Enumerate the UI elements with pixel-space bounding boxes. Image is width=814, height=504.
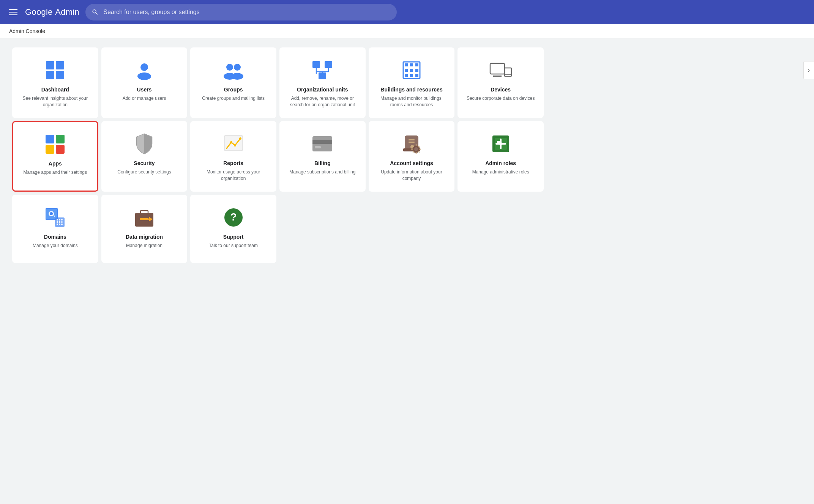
card-data-migration-title: Data migration [126,233,163,240]
svg-rect-21 [405,69,408,72]
svg-point-57 [57,219,58,220]
svg-rect-11 [325,61,332,68]
svg-point-36 [230,141,232,143]
search-bar [85,4,397,20]
cards-grid: DashboardSee relevant insights about you… [12,47,544,263]
svg-point-7 [234,64,241,71]
card-reports[interactable]: ReportsMonitor usage across your organiz… [190,121,276,192]
card-devices[interactable]: DevicesSecure corporate data on devices [457,47,544,118]
svg-rect-68 [140,218,149,220]
svg-text:?: ? [230,211,237,223]
card-dashboard-desc: See relevant insights about your organiz… [19,95,91,108]
devices-icon [489,59,512,82]
card-data-migration[interactable]: Data migrationManage migration [101,195,188,263]
domains-icon [44,206,66,229]
users-icon [133,59,156,82]
card-groups[interactable]: GroupsCreate groups and mailing lists [190,47,276,118]
card-org-units-desc: Add, remove, rename, move or search for … [286,95,359,108]
card-reports-desc: Monitor usage across your organization [197,169,270,182]
card-security-desc: Configure security settings [117,169,171,175]
card-billing-title: Billing [314,160,331,167]
svg-rect-18 [405,63,408,66]
card-account-settings[interactable]: Account settingsUpdate information about… [369,121,455,192]
svg-point-63 [57,224,58,225]
svg-rect-32 [56,135,65,143]
svg-rect-2 [46,71,54,79]
hamburger-menu-icon[interactable] [8,8,19,17]
admin-roles-icon [489,132,512,155]
svg-rect-40 [312,140,332,144]
data-migration-icon [133,206,156,229]
account-settings-icon [400,132,423,155]
card-buildings-desc: Manage and monitor buildings, rooms and … [375,95,448,108]
groups-icon [222,59,245,82]
card-reports-title: Reports [223,160,243,167]
svg-rect-10 [312,61,320,68]
svg-rect-12 [319,72,326,79]
card-domains-title: Domains [44,233,66,240]
svg-point-38 [239,137,241,140]
card-buildings-title: Buildings and resources [380,86,442,93]
svg-rect-19 [410,63,413,66]
card-dashboard[interactable]: DashboardSee relevant insights about you… [12,47,98,118]
card-users-desc: Add or manage users [123,95,166,102]
svg-point-64 [59,224,60,225]
svg-rect-34 [56,145,65,154]
svg-rect-26 [415,74,418,77]
svg-rect-31 [46,135,54,143]
main-content: › DashboardSee relevant insights about y… [0,38,814,272]
card-groups-desc: Create groups and mailing lists [202,95,265,102]
search-input[interactable] [103,9,391,16]
card-support-title: Support [223,233,244,240]
card-devices-title: Devices [491,86,511,93]
card-admin-roles[interactable]: Admin rolesManage administrative roles [457,121,544,192]
svg-rect-1 [56,61,64,69]
card-apps-desc: Manage apps and their settings [24,169,87,176]
card-billing-desc: Manage subscriptions and billing [289,169,355,175]
svg-rect-23 [415,69,418,72]
apps-icon [44,133,66,156]
card-support-desc: Talk to our support team [209,243,258,249]
card-groups-title: Groups [224,86,243,93]
card-org-units[interactable]: Organizational unitsAdd, remove, rename,… [279,47,366,118]
svg-point-4 [140,63,148,71]
card-apps[interactable]: AppsManage apps and their settings [12,121,98,192]
svg-rect-22 [410,69,413,72]
card-org-units-title: Organizational units [297,86,348,93]
support-icon: ? [222,206,245,229]
svg-point-5 [137,72,151,80]
card-admin-roles-desc: Manage administrative roles [472,169,529,175]
card-apps-title: Apps [49,160,62,167]
svg-point-6 [226,64,233,71]
svg-point-58 [59,219,60,220]
expand-panel-button[interactable]: › [803,61,814,79]
svg-point-37 [234,144,236,146]
svg-rect-33 [46,145,54,154]
card-buildings[interactable]: Buildings and resourcesManage and monito… [369,47,455,118]
svg-rect-24 [405,74,408,77]
security-icon [133,132,156,155]
card-devices-desc: Secure corporate data on devices [467,95,535,102]
card-billing[interactable]: BillingManage subscriptions and billing [279,121,366,192]
card-admin-roles-title: Admin roles [485,160,516,167]
svg-rect-27 [490,63,505,74]
svg-rect-3 [56,71,64,79]
svg-point-9 [231,73,243,80]
card-account-settings-desc: Update information about your company [375,169,448,182]
svg-point-47 [414,147,418,151]
card-security[interactable]: SecurityConfigure security settings [101,121,188,192]
breadcrumb: Admin Console [0,24,814,38]
svg-rect-20 [415,63,418,66]
svg-rect-0 [46,61,54,69]
svg-rect-28 [493,76,502,77]
svg-point-62 [61,221,63,223]
card-users-title: Users [137,86,152,93]
card-users[interactable]: UsersAdd or manage users [101,47,188,118]
dashboard-icon [44,59,66,82]
svg-point-60 [57,221,58,223]
svg-rect-25 [410,74,413,77]
card-support[interactable]: ? SupportTalk to our support team [190,195,276,263]
search-icon [91,8,99,16]
card-domains[interactable]: DomainsManage your domains [12,195,98,263]
svg-point-59 [61,219,63,220]
